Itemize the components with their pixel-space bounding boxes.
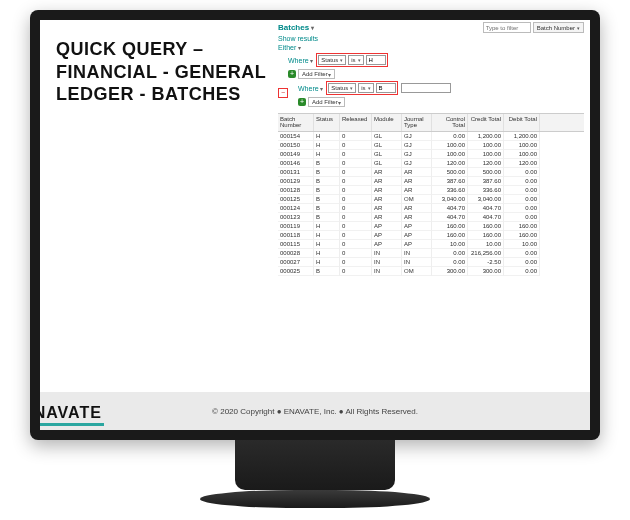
- monitor-neck: [235, 440, 395, 490]
- cell-jt: GJ: [402, 159, 432, 168]
- cell-ctl: 0.00: [432, 132, 468, 141]
- cell-bn: 000118: [278, 231, 314, 240]
- cell-rel: 0: [340, 177, 372, 186]
- highlight-box-2: Status is: [326, 81, 397, 95]
- cell-ctl: 100.00: [432, 150, 468, 159]
- op-select-2[interactable]: is: [358, 83, 373, 93]
- cell-mod: AR: [372, 168, 402, 177]
- cell-ctl: 336.60: [432, 186, 468, 195]
- cell-jt: AP: [402, 222, 432, 231]
- col-module[interactable]: Module: [372, 114, 402, 131]
- table-row[interactable]: 000149H0GLGJ100.00100.00100.00: [278, 150, 584, 159]
- cell-mod: AR: [372, 186, 402, 195]
- grid-body[interactable]: 000154H0GLGJ0.001,200.001,200.00000150H0…: [278, 132, 584, 276]
- table-row[interactable]: 000118H0APAP160.00160.00160.00: [278, 231, 584, 240]
- col-released[interactable]: Released: [340, 114, 372, 131]
- cell-dr: 0.00: [504, 258, 540, 267]
- add-filter-1[interactable]: + Add Filter: [288, 69, 584, 79]
- cell-mod: AR: [372, 177, 402, 186]
- col-batch-number[interactable]: Batch Number: [278, 114, 314, 131]
- cell-jt: GJ: [402, 132, 432, 141]
- table-row[interactable]: 000154H0GLGJ0.001,200.001,200.00: [278, 132, 584, 141]
- add-filter-2[interactable]: + Add Filter: [298, 97, 584, 107]
- cell-st: H: [314, 240, 340, 249]
- top-bar: Batches Batch Number: [278, 22, 584, 33]
- table-row[interactable]: 000123B0ARAR404.70404.700.00: [278, 213, 584, 222]
- type-to-filter-input[interactable]: [483, 22, 531, 33]
- cell-jt: GJ: [402, 150, 432, 159]
- table-row[interactable]: 000119H0APAP160.00160.00160.00: [278, 222, 584, 231]
- table-row[interactable]: 000128B0ARAR336.60336.600.00: [278, 186, 584, 195]
- cell-jt: AR: [402, 186, 432, 195]
- cell-st: B: [314, 204, 340, 213]
- col-journal-type[interactable]: Journal Type: [402, 114, 432, 131]
- cell-mod: IN: [372, 267, 402, 276]
- section-tab[interactable]: Batches: [278, 23, 314, 32]
- table-row[interactable]: 000131B0ARAR500.00500.000.00: [278, 168, 584, 177]
- value-input-1[interactable]: [366, 55, 386, 65]
- table-row[interactable]: 000129B0ARAR387.60387.600.00: [278, 177, 584, 186]
- cell-dr: 0.00: [504, 249, 540, 258]
- cell-bn: 000129: [278, 177, 314, 186]
- cell-ctl: 500.00: [432, 168, 468, 177]
- plus-icon-2: +: [298, 98, 306, 106]
- col-control-total[interactable]: Control Total: [432, 114, 468, 131]
- cell-st: H: [314, 258, 340, 267]
- cell-cr: 336.60: [468, 186, 504, 195]
- op-select-1[interactable]: is: [348, 55, 363, 65]
- cell-st: H: [314, 132, 340, 141]
- cell-dr: 1,200.00: [504, 132, 540, 141]
- where-label-2[interactable]: Where: [298, 85, 323, 92]
- cell-dr: 120.00: [504, 159, 540, 168]
- screen: QUICK QUERY – FINANCIAL - GENERAL LEDGER…: [40, 20, 590, 430]
- sort-dropdown[interactable]: Batch Number: [533, 22, 584, 33]
- table-row[interactable]: 000124B0ARAR404.70404.700.00: [278, 204, 584, 213]
- cell-mod: AR: [372, 213, 402, 222]
- cell-bn: 000119: [278, 222, 314, 231]
- cell-st: B: [314, 168, 340, 177]
- col-status[interactable]: Status: [314, 114, 340, 131]
- table-row[interactable]: 000150H0GLGJ100.00100.00100.00: [278, 141, 584, 150]
- table-row[interactable]: 000125B0AROM3,040.003,040.000.00: [278, 195, 584, 204]
- cell-dr: 0.00: [504, 213, 540, 222]
- cell-mod: GL: [372, 132, 402, 141]
- field-select-1[interactable]: Status: [318, 55, 346, 65]
- cell-jt: GJ: [402, 141, 432, 150]
- cell-dr: 0.00: [504, 195, 540, 204]
- cell-bn: 000124: [278, 204, 314, 213]
- value-input-2[interactable]: [376, 83, 396, 93]
- cell-dr: 0.00: [504, 267, 540, 276]
- cell-jt: AP: [402, 231, 432, 240]
- cell-dr: 0.00: [504, 168, 540, 177]
- cell-cr: 10.00: [468, 240, 504, 249]
- show-results-link[interactable]: Show results: [278, 35, 584, 42]
- table-row[interactable]: 000027H0ININ0.00-2.500.00: [278, 258, 584, 267]
- cell-ctl: 10.00: [432, 240, 468, 249]
- cell-rel: 0: [340, 222, 372, 231]
- col-debit-total[interactable]: Debit Total: [504, 114, 540, 131]
- cell-st: B: [314, 159, 340, 168]
- cell-ctl: 300.00: [432, 267, 468, 276]
- cell-mod: GL: [372, 159, 402, 168]
- cell-ctl: 120.00: [432, 159, 468, 168]
- cell-jt: OM: [402, 195, 432, 204]
- table-row[interactable]: 000025B0INOM300.00300.000.00: [278, 267, 584, 276]
- cell-rel: 0: [340, 168, 372, 177]
- col-credit-total[interactable]: Credit Total: [468, 114, 504, 131]
- cell-dr: 0.00: [504, 204, 540, 213]
- cell-jt: AR: [402, 168, 432, 177]
- cell-ctl: 387.60: [432, 177, 468, 186]
- cell-dr: 0.00: [504, 186, 540, 195]
- cell-bn: 000025: [278, 267, 314, 276]
- field-select-2[interactable]: Status: [328, 83, 356, 93]
- cell-mod: AP: [372, 231, 402, 240]
- copyright-text: © 2020 Copyright ● ENAVATE, Inc. ● All R…: [212, 407, 418, 416]
- table-row[interactable]: 000146B0GLGJ120.00120.00120.00: [278, 159, 584, 168]
- monitor-bezel: QUICK QUERY – FINANCIAL - GENERAL LEDGER…: [30, 10, 600, 440]
- extra-value-input[interactable]: [401, 83, 451, 93]
- table-row[interactable]: 000028H0ININ0.00216,256.000.00: [278, 249, 584, 258]
- cell-rel: 0: [340, 240, 372, 249]
- cell-rel: 0: [340, 204, 372, 213]
- table-row[interactable]: 000115H0APAP10.0010.0010.00: [278, 240, 584, 249]
- cell-st: B: [314, 195, 340, 204]
